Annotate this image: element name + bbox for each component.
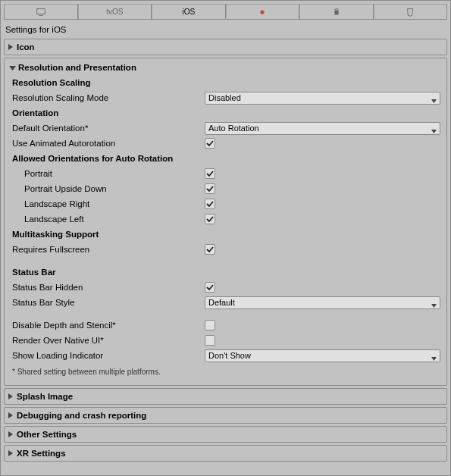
tab-standalone[interactable] xyxy=(4,4,78,19)
check-icon xyxy=(206,170,214,177)
svg-marker-7 xyxy=(9,66,16,70)
webgl-icon xyxy=(405,7,415,17)
select-value: Don't Show xyxy=(208,351,251,360)
portrait-upside-label: Portrait Upside Down xyxy=(11,184,205,193)
landscape-right-checkbox[interactable] xyxy=(205,199,215,209)
select-value: Default xyxy=(208,298,235,307)
check-icon xyxy=(206,139,214,147)
check-icon xyxy=(206,215,214,223)
platform-tabs: tvOS iOS xyxy=(4,4,447,20)
foldout-xr[interactable]: XR Settings xyxy=(4,445,447,462)
check-icon xyxy=(206,200,214,208)
disable-depth-checkbox[interactable] xyxy=(205,320,215,330)
svg-marker-14 xyxy=(8,431,13,437)
tab-label: tvOS xyxy=(106,8,123,16)
svg-marker-11 xyxy=(431,357,437,361)
status-bar-style-select[interactable]: Default xyxy=(205,296,440,309)
scaling-mode-select[interactable]: Disabled xyxy=(205,92,440,105)
loading-indicator-label: Show Loading Indicator xyxy=(11,351,205,360)
foldout-debugging[interactable]: Debugging and crash reporting xyxy=(4,407,447,424)
allowed-orientations-heading: Allowed Orientations for Auto Rotation xyxy=(11,151,440,166)
render-native-checkbox[interactable] xyxy=(205,335,215,346)
tab-tvos[interactable]: tvOS xyxy=(78,4,152,19)
chevron-right-icon xyxy=(8,450,14,456)
check-icon xyxy=(206,283,214,291)
svg-rect-3 xyxy=(334,10,338,14)
status-bar-heading: Status Bar xyxy=(11,265,440,280)
svg-marker-10 xyxy=(431,304,437,308)
resolution-presentation-section: Resolution and Presentation Resolution S… xyxy=(4,58,447,386)
foldout-resolution[interactable]: Resolution and Presentation xyxy=(9,63,439,72)
requires-fullscreen-checkbox[interactable] xyxy=(205,244,215,255)
svg-marker-8 xyxy=(431,99,437,103)
use-animated-checkbox[interactable] xyxy=(205,138,215,149)
foldout-label: XR Settings xyxy=(17,449,66,458)
select-value: Auto Rotation xyxy=(208,124,259,133)
foldout-label: Other Settings xyxy=(17,430,77,439)
render-native-label: Render Over Native UI* xyxy=(11,336,205,345)
default-orientation-select[interactable]: Auto Rotation xyxy=(205,122,440,135)
check-icon xyxy=(206,246,214,253)
multitasking-heading: Multitasking Support xyxy=(11,227,440,242)
portrait-checkbox[interactable] xyxy=(205,168,215,179)
svg-marker-9 xyxy=(431,130,437,133)
landscape-left-label: Landscape Left xyxy=(11,215,205,224)
tab-ios[interactable]: iOS xyxy=(152,4,226,19)
landscape-right-label: Landscape Right xyxy=(11,199,205,208)
tab-android[interactable] xyxy=(299,4,374,19)
tab-lumin[interactable] xyxy=(226,4,300,19)
chevron-down-icon xyxy=(431,96,437,105)
foldout-label: Icon xyxy=(17,42,35,52)
tab-label: iOS xyxy=(182,8,195,16)
svg-point-2 xyxy=(261,10,265,14)
orientation-heading: Orientation xyxy=(11,105,440,121)
shared-setting-footnote: * Shared setting between multiple platfo… xyxy=(11,363,440,377)
chevron-right-icon xyxy=(8,412,14,418)
chevron-right-icon xyxy=(8,393,14,399)
check-icon xyxy=(206,185,214,193)
select-value: Disabled xyxy=(208,93,241,102)
scaling-mode-label: Resolution Scaling Mode xyxy=(11,93,205,102)
use-animated-label: Use Animated Autorotation xyxy=(11,139,205,148)
loading-indicator-select[interactable]: Don't Show xyxy=(205,349,440,362)
svg-marker-6 xyxy=(8,44,13,50)
svg-marker-12 xyxy=(8,393,13,399)
chevron-down-icon xyxy=(431,353,437,362)
disable-depth-label: Disable Depth and Stencil* xyxy=(11,321,205,330)
resolution-scaling-heading: Resolution Scaling xyxy=(11,75,440,90)
svg-rect-0 xyxy=(37,8,45,14)
chevron-down-icon xyxy=(431,300,437,309)
page-title: Settings for iOS xyxy=(4,22,447,39)
chevron-right-icon xyxy=(8,431,14,437)
foldout-splash[interactable]: Splash Image xyxy=(4,388,447,405)
monitor-icon xyxy=(36,7,46,17)
chevron-right-icon xyxy=(8,44,14,50)
status-bar-hidden-label: Status Bar Hidden xyxy=(11,283,205,292)
chevron-down-icon xyxy=(9,65,16,71)
portrait-label: Portrait xyxy=(11,169,205,178)
foldout-label: Resolution and Presentation xyxy=(18,63,136,72)
foldout-icon[interactable]: Icon xyxy=(4,39,447,55)
svg-marker-15 xyxy=(8,450,13,456)
foldout-other[interactable]: Other Settings xyxy=(4,426,447,443)
status-bar-style-label: Status Bar Style xyxy=(11,298,205,307)
foldout-label: Splash Image xyxy=(17,392,73,401)
svg-marker-13 xyxy=(8,412,13,418)
requires-fullscreen-label: Requires Fullscreen xyxy=(11,245,205,254)
tab-webgl[interactable] xyxy=(374,4,448,19)
android-icon xyxy=(331,7,342,17)
foldout-label: Debugging and crash reporting xyxy=(17,411,146,420)
status-bar-hidden-checkbox[interactable] xyxy=(205,282,215,293)
lumin-icon xyxy=(257,7,268,17)
portrait-upside-checkbox[interactable] xyxy=(205,183,215,194)
chevron-down-icon xyxy=(431,126,437,135)
landscape-left-checkbox[interactable] xyxy=(205,214,215,224)
default-orientation-label: Default Orientation* xyxy=(11,124,205,133)
